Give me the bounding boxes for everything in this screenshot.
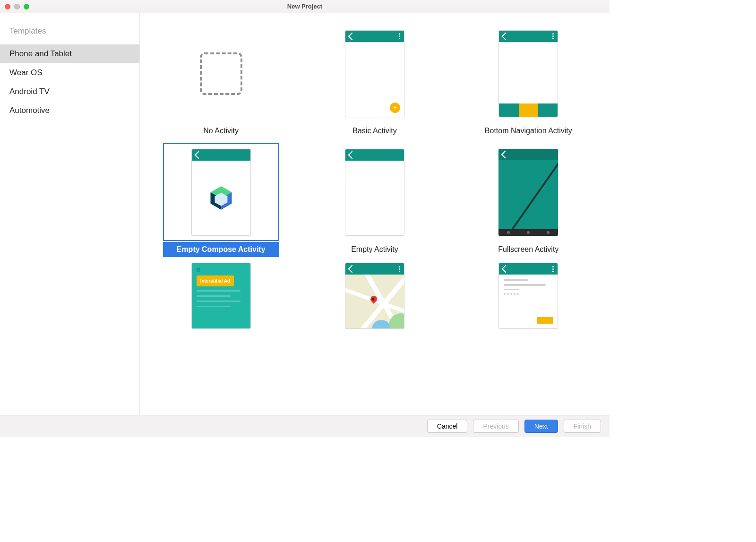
template-label: No Activity bbox=[163, 123, 279, 138]
phone-preview: + bbox=[345, 30, 404, 117]
titlebar: New Project bbox=[0, 0, 610, 13]
window-title: New Project bbox=[0, 3, 610, 10]
sidebar-item-wear-os[interactable]: Wear OS bbox=[0, 63, 139, 82]
phone-preview bbox=[498, 263, 558, 329]
no-activity-icon bbox=[200, 52, 242, 95]
phone-preview bbox=[191, 149, 251, 236]
template-google-maps[interactable] bbox=[299, 262, 450, 328]
jetpack-compose-icon bbox=[208, 185, 234, 211]
template-fullscreen-activity[interactable]: Fullscreen Activity bbox=[453, 143, 604, 257]
sidebar-item-phone-tablet[interactable]: Phone and Tablet bbox=[0, 44, 139, 63]
template-no-activity[interactable]: No Activity bbox=[146, 25, 296, 138]
more-icon bbox=[552, 266, 554, 272]
template-admob-ads[interactable]: Interstitial Ad bbox=[146, 262, 296, 328]
phone-preview bbox=[345, 149, 404, 236]
template-label: Empty Compose Activity bbox=[163, 242, 279, 257]
minimize-window-button[interactable] bbox=[14, 4, 20, 9]
template-empty-compose-activity[interactable]: Empty Compose Activity bbox=[146, 143, 296, 257]
more-icon bbox=[552, 33, 554, 39]
back-arrow-icon bbox=[348, 265, 356, 273]
back-arrow-icon bbox=[502, 265, 510, 273]
template-gallery: No Activity + Basic Activity bbox=[140, 13, 610, 415]
close-window-button[interactable] bbox=[5, 4, 10, 9]
template-primary-detail[interactable] bbox=[453, 262, 604, 328]
ad-banner-label: Interstitial Ad bbox=[197, 275, 234, 286]
template-label: Empty Activity bbox=[317, 242, 432, 257]
back-arrow-icon bbox=[502, 32, 510, 40]
phone-preview bbox=[498, 30, 558, 117]
template-empty-activity[interactable]: Empty Activity bbox=[299, 143, 450, 257]
template-bottom-navigation[interactable]: Bottom Navigation Activity bbox=[453, 25, 604, 138]
template-label: Basic Activity bbox=[317, 123, 432, 138]
sidebar-heading: Templates bbox=[0, 24, 139, 44]
wizard-footer: Cancel Previous Next Finish bbox=[0, 415, 610, 437]
phone-preview: Interstitial Ad bbox=[191, 263, 251, 329]
sidebar: Templates Phone and Tablet Wear OS Andro… bbox=[0, 13, 140, 415]
window-controls bbox=[0, 4, 29, 9]
back-arrow-icon bbox=[348, 32, 356, 40]
back-arrow-icon bbox=[194, 151, 202, 159]
phone-preview bbox=[498, 149, 558, 236]
previous-button: Previous bbox=[473, 420, 518, 433]
next-button[interactable]: Next bbox=[524, 420, 558, 433]
sidebar-item-automotive[interactable]: Automotive bbox=[0, 101, 139, 120]
phone-preview bbox=[345, 263, 404, 329]
maximize-window-button[interactable] bbox=[24, 4, 29, 9]
more-icon bbox=[399, 266, 400, 272]
template-label: Fullscreen Activity bbox=[471, 242, 586, 257]
sidebar-item-android-tv[interactable]: Android TV bbox=[0, 82, 139, 101]
more-icon bbox=[399, 33, 400, 39]
fab-icon: + bbox=[390, 103, 400, 113]
template-label: Bottom Navigation Activity bbox=[471, 123, 586, 138]
cancel-button[interactable]: Cancel bbox=[427, 420, 468, 433]
bottom-nav-icon bbox=[499, 103, 558, 117]
back-arrow-icon bbox=[501, 150, 509, 158]
back-arrow-icon bbox=[348, 151, 356, 159]
template-basic-activity[interactable]: + Basic Activity bbox=[299, 25, 450, 138]
finish-button: Finish bbox=[564, 420, 601, 433]
